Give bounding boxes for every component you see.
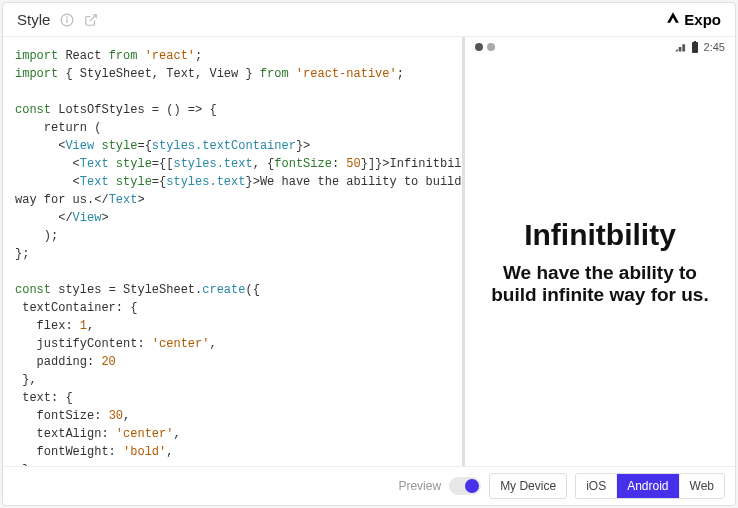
my-device-button[interactable]: My Device — [489, 473, 567, 499]
filename-label: Style — [17, 11, 50, 28]
expo-brand[interactable]: Expo — [666, 11, 721, 28]
preview-toggle[interactable] — [449, 477, 481, 495]
toggle-knob-icon — [465, 479, 479, 493]
svg-line-3 — [90, 14, 96, 20]
header-bar: Style Expo — [3, 3, 735, 37]
header-left: Style — [17, 11, 98, 28]
preview-label: Preview — [398, 479, 441, 493]
info-icon[interactable] — [60, 13, 74, 27]
tab-web[interactable]: Web — [680, 474, 724, 498]
svg-point-2 — [67, 16, 68, 17]
expo-brand-text: Expo — [684, 11, 721, 28]
device-statusbar: 2:45 — [465, 37, 735, 57]
expo-logo-icon — [666, 11, 680, 28]
preview-subtext: We have the ability to build infinite wa… — [479, 262, 721, 306]
preview-panel: 2:45 Infinitbility We have the ability t… — [465, 37, 735, 466]
code-editor[interactable]: import React from 'react'; import { Styl… — [3, 37, 465, 466]
platform-segmented: iOS Android Web — [575, 473, 725, 499]
status-dot-icon — [475, 43, 483, 51]
status-dot-icon — [487, 43, 495, 51]
tab-android[interactable]: Android — [617, 474, 679, 498]
preview-content: Infinitbility We have the ability to bui… — [465, 57, 735, 466]
svg-rect-5 — [694, 41, 696, 42]
preview-heading: Infinitbility — [524, 218, 676, 252]
footer-bar: Preview My Device iOS Android Web — [3, 466, 735, 505]
svg-rect-4 — [692, 42, 698, 53]
tab-ios[interactable]: iOS — [576, 474, 617, 498]
signal-icon — [675, 42, 686, 52]
status-dots — [475, 43, 495, 51]
battery-icon — [691, 41, 699, 53]
external-link-icon[interactable] — [84, 13, 98, 27]
clock-text: 2:45 — [704, 41, 725, 53]
